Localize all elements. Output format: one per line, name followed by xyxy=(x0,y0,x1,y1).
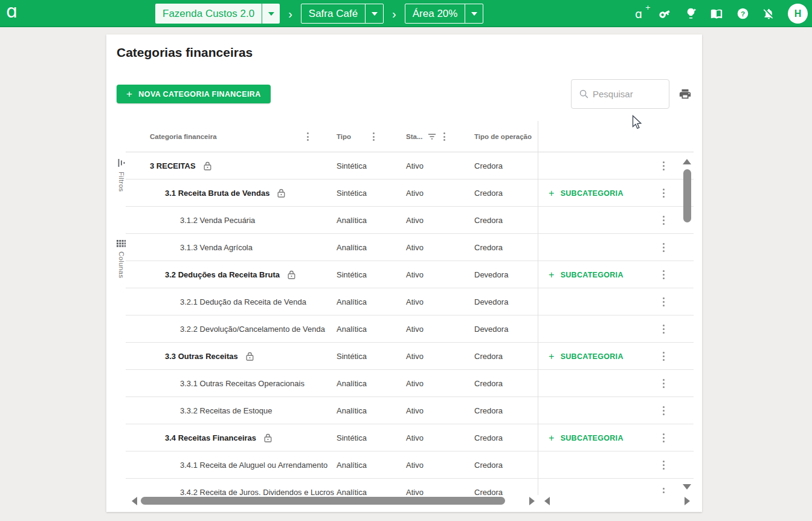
table-row[interactable]: 3 RECEITASSintéticaAtivoCredora xyxy=(126,152,694,180)
row-menu-icon[interactable] xyxy=(660,343,667,370)
row-menu-icon[interactable] xyxy=(660,451,667,479)
category-name: 3 RECEITAS xyxy=(150,161,196,170)
category-cell: 3.1.3 Venda Agrícola xyxy=(126,234,253,261)
table-body: 3 RECEITASSintéticaAtivoCredora3.1 Recei… xyxy=(126,152,694,506)
plus-icon: + xyxy=(549,351,555,362)
status-cell: Ativo xyxy=(406,207,424,234)
knowledge-book-icon[interactable] xyxy=(709,7,724,21)
assistant-add-icon[interactable]: ɑ+ xyxy=(631,7,646,21)
add-subcategory-button[interactable]: +SUBCATEGORIA xyxy=(549,180,624,207)
operation-cell: Credora xyxy=(474,397,503,424)
horizontal-scrollbar-thumb[interactable] xyxy=(141,497,505,505)
sidebar-tab-label: Colunas xyxy=(118,251,125,278)
table-row[interactable]: 3.2.1 Dedução da Receita de VendaAnalíti… xyxy=(126,288,694,316)
row-menu-icon[interactable] xyxy=(660,370,667,397)
scroll-right-arrow[interactable] xyxy=(529,497,535,505)
crop-selector-label: Safra Café xyxy=(301,4,365,23)
key-icon[interactable] xyxy=(657,7,672,21)
status-cell: Ativo xyxy=(406,424,424,451)
table-row[interactable]: 3.3 Outras ReceitasSintéticaAtivoCredora… xyxy=(126,343,694,370)
categories-table: Categoria financeira Tipo Sta... Tipo de… xyxy=(126,121,694,506)
breadcrumb: Fazenda Custos 2.0 › Safra Café › Área 2… xyxy=(155,4,483,24)
table-row[interactable]: 3.2 Deduções da Receita BrutaSintéticaAt… xyxy=(126,261,694,288)
add-subcategory-button[interactable]: +SUBCATEGORIA xyxy=(549,343,624,370)
column-header-type[interactable]: Tipo xyxy=(337,121,351,152)
row-menu-icon[interactable] xyxy=(660,261,667,288)
scroll-right-arrow[interactable] xyxy=(685,497,690,505)
scroll-left-arrow[interactable] xyxy=(544,497,550,505)
column-menu-icon[interactable] xyxy=(304,129,311,144)
app-logo[interactable]: ɑ xyxy=(6,1,18,22)
lock-icon xyxy=(204,161,211,170)
idea-bulb-icon[interactable] xyxy=(683,7,698,21)
category-cell: 3.3.2 Receitas de Estoque xyxy=(126,397,272,424)
table-row[interactable]: 3.3.1 Outras Receitas OperacionaisAnalít… xyxy=(126,370,694,397)
category-cell: 3.1.2 Venda Pecuária xyxy=(126,207,255,234)
column-header-status[interactable]: Sta... xyxy=(406,121,422,152)
help-icon[interactable]: ? xyxy=(735,7,750,21)
table-row[interactable]: 3.4 Receitas FinanceirasSintéticaAtivoCr… xyxy=(126,424,694,451)
area-selector-label: Área 20% xyxy=(405,4,465,23)
notifications-off-icon[interactable] xyxy=(761,7,776,21)
operation-cell: Credora xyxy=(474,343,503,370)
add-subcategory-label: SUBCATEGORIA xyxy=(561,271,624,279)
filter-icon xyxy=(117,158,126,167)
add-subcategory-button[interactable]: +SUBCATEGORIA xyxy=(549,424,624,451)
table-row[interactable]: 3.3.2 Receitas de EstoqueAnalíticaAtivoC… xyxy=(126,397,694,424)
operation-cell: Credora xyxy=(474,234,503,261)
lock-icon xyxy=(288,270,295,279)
columns-grid-icon xyxy=(117,240,126,247)
column-header-category[interactable]: Categoria financeira xyxy=(150,121,217,152)
row-menu-icon[interactable] xyxy=(660,397,667,424)
operation-cell: Credora xyxy=(474,152,503,180)
column-header-operation-type[interactable]: Tipo de operação xyxy=(474,121,532,152)
status-cell: Ativo xyxy=(406,180,424,207)
operation-cell: Devedora xyxy=(474,316,508,343)
status-cell: Ativo xyxy=(406,234,424,261)
page-title: Categorias financeiras xyxy=(117,45,253,60)
operation-cell: Credora xyxy=(474,207,503,234)
add-subcategory-button[interactable]: +SUBCATEGORIA xyxy=(549,261,624,288)
print-button[interactable] xyxy=(676,86,694,103)
scroll-left-arrow[interactable] xyxy=(132,497,137,505)
row-menu-icon[interactable] xyxy=(660,180,667,207)
avatar[interactable]: H xyxy=(788,4,808,24)
table-header-row: Categoria financeira Tipo Sta... Tipo de… xyxy=(126,121,694,152)
status-cell: Ativo xyxy=(406,397,424,424)
horizontal-scrollbar xyxy=(106,495,702,507)
filter-applied-icon[interactable] xyxy=(428,121,436,152)
content-card: Categorias financeiras + NOVA CATEGORIA … xyxy=(106,34,702,512)
status-cell: Ativo xyxy=(406,316,424,343)
table-row[interactable]: 3.2.2 Devolução/Cancelamento de VendaAna… xyxy=(126,316,694,343)
status-cell: Ativo xyxy=(406,343,424,370)
status-cell: Ativo xyxy=(406,370,424,397)
chevron-down-icon[interactable] xyxy=(365,4,383,23)
row-menu-icon[interactable] xyxy=(660,316,667,343)
chevron-down-icon[interactable] xyxy=(262,4,280,24)
table-row[interactable]: 3.1.3 Venda AgrícolaAnalíticaAtivoCredor… xyxy=(126,234,694,261)
row-menu-icon[interactable] xyxy=(660,207,667,234)
row-menu-icon[interactable] xyxy=(660,288,667,316)
new-category-button[interactable]: + NOVA CATEGORIA FINANCEIRA xyxy=(117,85,271,103)
status-cell: Ativo xyxy=(406,288,424,316)
crop-selector-dropdown[interactable]: Safra Café xyxy=(301,4,384,24)
vertical-scrollbar-thumb[interactable] xyxy=(683,169,691,222)
table-row[interactable]: 3.1.2 Venda PecuáriaAnalíticaAtivoCredor… xyxy=(126,207,694,234)
operation-cell: Credora xyxy=(474,180,503,207)
row-menu-icon[interactable] xyxy=(660,424,667,451)
category-name: 3.3 Outras Receitas xyxy=(165,352,238,361)
row-menu-icon[interactable] xyxy=(660,152,667,180)
search-input[interactable] xyxy=(593,89,659,99)
table-row[interactable]: 3.1 Receita Bruta de VendasSintéticaAtiv… xyxy=(126,180,694,207)
row-menu-icon[interactable] xyxy=(660,234,667,261)
chevron-down-icon[interactable] xyxy=(465,4,483,23)
column-menu-icon[interactable] xyxy=(370,129,377,144)
table-row[interactable]: 3.4.1 Receita de Aluguel ou Arrendamento… xyxy=(126,451,694,479)
category-cell: 3.2.2 Devolução/Cancelamento de Venda xyxy=(126,316,325,343)
scroll-up-arrow[interactable] xyxy=(683,159,691,164)
scroll-down-arrow[interactable] xyxy=(683,484,691,490)
type-cell: Analítica xyxy=(337,316,367,343)
column-menu-icon[interactable] xyxy=(440,129,448,144)
farm-selector-dropdown[interactable]: Fazenda Custos 2.0 xyxy=(155,4,280,24)
area-selector-dropdown[interactable]: Área 20% xyxy=(405,4,484,24)
